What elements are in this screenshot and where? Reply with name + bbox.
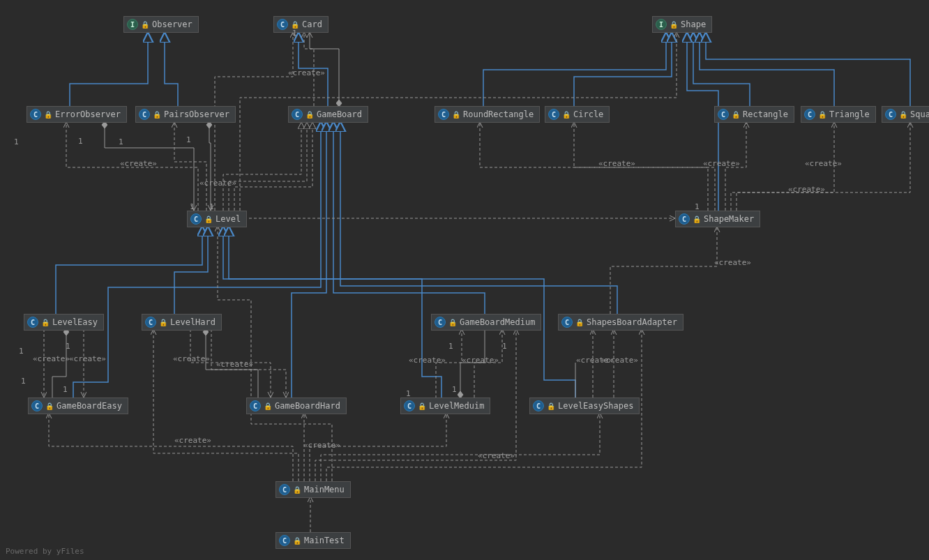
- node-square[interactable]: C🔒Square: [882, 106, 929, 123]
- node-rectangle[interactable]: C🔒Rectangle: [714, 106, 794, 123]
- create-stereotype-label: «create»: [409, 356, 446, 365]
- create-stereotype-label: «create»: [788, 185, 825, 194]
- node-observer[interactable]: I🔒Observer: [123, 16, 199, 33]
- node-label: Observer: [152, 20, 192, 29]
- node-card[interactable]: C🔒Card: [273, 16, 328, 33]
- create-stereotype-label: «create»: [805, 159, 842, 168]
- node-main-test[interactable]: C🔒MainTest: [275, 532, 351, 549]
- multiplicity-label: 1: [14, 137, 19, 146]
- lock-icon: 🔒: [159, 319, 167, 326]
- lock-icon: 🔒: [547, 402, 555, 410]
- class-icon: C: [438, 109, 449, 120]
- multiplicity-label: 1: [452, 385, 457, 394]
- node-shapes-board-adapter[interactable]: C🔒ShapesBoardAdapter: [558, 314, 683, 331]
- node-label: LevelEasy: [52, 317, 98, 327]
- lock-icon: 🔒: [44, 111, 52, 119]
- lock-icon: 🔒: [141, 21, 149, 29]
- lock-icon: 🔒: [693, 215, 701, 223]
- lock-icon: 🔒: [264, 402, 272, 410]
- create-stereotype-label: «create»: [598, 159, 635, 168]
- create-stereotype-label: «create»: [173, 354, 210, 363]
- class-icon: C: [145, 317, 156, 328]
- node-pairs-observer[interactable]: C🔒PairsObserver: [135, 106, 236, 123]
- lock-icon: 🔒: [204, 215, 213, 223]
- node-shapemaker[interactable]: C🔒ShapeMaker: [675, 211, 760, 227]
- node-error-observer[interactable]: C🔒ErrorObserver: [27, 106, 127, 123]
- node-gameboard[interactable]: C🔒GameBoard: [288, 106, 368, 123]
- class-icon: C: [718, 109, 729, 120]
- node-shape[interactable]: I🔒Shape: [652, 16, 712, 33]
- node-label: ErrorObserver: [55, 109, 121, 119]
- lock-icon: 🔒: [899, 111, 907, 119]
- node-label: Shape: [681, 20, 706, 29]
- create-stereotype-label: «create»: [478, 451, 515, 460]
- multiplicity-label: 1: [21, 377, 26, 386]
- multiplicity-label: 1: [190, 202, 195, 211]
- create-stereotype-label: «create»: [120, 159, 157, 168]
- class-icon: C: [279, 484, 290, 495]
- create-stereotype-label: «create»: [216, 360, 253, 369]
- node-label: Rectangle: [743, 109, 788, 119]
- create-stereotype-label: «create»: [199, 179, 236, 188]
- node-label: GameBoardMedium: [460, 317, 535, 327]
- multiplicity-label: 1: [63, 385, 68, 394]
- node-gameboard-easy[interactable]: C🔒GameBoardEasy: [28, 398, 128, 414]
- multiplicity-label: 1: [502, 342, 507, 351]
- lock-icon: 🔒: [153, 111, 161, 119]
- create-stereotype-label: «create»: [174, 436, 211, 445]
- class-icon: C: [279, 535, 290, 546]
- lock-icon: 🔒: [418, 402, 426, 410]
- create-stereotype-label: «create»: [462, 356, 499, 365]
- lock-icon: 🔒: [670, 21, 678, 29]
- edges-layer: [0, 0, 929, 560]
- class-icon: C: [435, 317, 446, 328]
- multiplicity-label: 1: [406, 389, 411, 398]
- lock-icon: 🔒: [452, 111, 460, 119]
- class-icon: C: [804, 109, 815, 120]
- class-icon: C: [533, 400, 544, 411]
- class-icon: C: [292, 109, 303, 120]
- node-label: GameBoard: [317, 109, 362, 119]
- class-icon: C: [27, 317, 38, 328]
- class-icon: C: [31, 400, 43, 411]
- node-level-hard[interactable]: C🔒LevelHard: [142, 314, 222, 331]
- node-triangle[interactable]: C🔒Triangle: [801, 106, 876, 123]
- lock-icon: 🔒: [41, 319, 50, 326]
- node-level-easy[interactable]: C🔒LevelEasy: [24, 314, 104, 331]
- lock-icon: 🔒: [291, 21, 299, 29]
- lock-icon: 🔒: [305, 111, 314, 119]
- lock-icon: 🔒: [293, 486, 301, 494]
- lock-icon: 🔒: [575, 319, 584, 326]
- multiplicity-label: 1: [695, 202, 700, 211]
- node-label: MainMenu: [304, 485, 345, 494]
- node-label: Square: [910, 109, 929, 119]
- diagram-canvas[interactable]: I🔒Observer C🔒Card I🔒Shape C🔒ErrorObserve…: [0, 0, 929, 560]
- node-gameboard-hard[interactable]: C🔒GameBoardHard: [246, 398, 347, 414]
- multiplicity-label: 1: [209, 202, 214, 211]
- lock-icon: 🔒: [448, 319, 457, 326]
- lock-icon: 🔒: [45, 402, 54, 410]
- node-label: Circle: [573, 109, 603, 119]
- multiplicity-label: 1: [448, 342, 453, 351]
- create-stereotype-label: «create»: [703, 159, 740, 168]
- node-main-menu[interactable]: C🔒MainMenu: [275, 481, 351, 498]
- node-level-medium[interactable]: C🔒LevelMeduim: [400, 398, 490, 414]
- node-label: MainTest: [304, 536, 345, 545]
- node-round-rectangle[interactable]: C🔒RoundRectangle: [435, 106, 540, 123]
- multiplicity-label: 1: [292, 29, 297, 38]
- multiplicity-label: 1: [66, 342, 70, 351]
- class-icon: C: [139, 109, 150, 120]
- lock-icon: 🔒: [732, 111, 740, 119]
- class-icon: C: [277, 19, 288, 30]
- create-stereotype-label: «create»: [69, 354, 106, 363]
- node-level-easy-shapes[interactable]: C🔒LevelEasyShapes: [529, 398, 640, 414]
- node-label: Triangle: [829, 109, 870, 119]
- node-level[interactable]: C🔒Level: [187, 211, 247, 227]
- class-icon: C: [548, 109, 559, 120]
- node-gameboard-medium[interactable]: C🔒GameBoardMedium: [431, 314, 541, 331]
- class-icon: C: [679, 213, 690, 225]
- interface-icon: I: [656, 19, 667, 30]
- multiplicity-label: 1: [119, 137, 123, 146]
- node-circle[interactable]: C🔒Circle: [545, 106, 610, 123]
- node-label: LevelHard: [170, 317, 216, 327]
